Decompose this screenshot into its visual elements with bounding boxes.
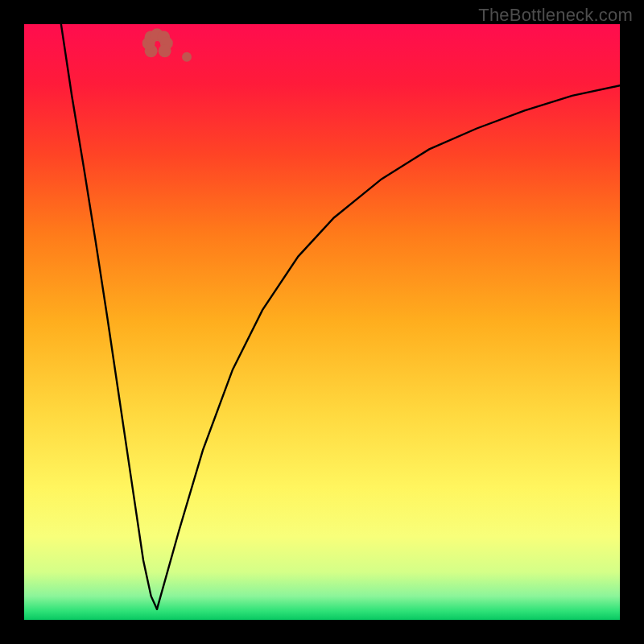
left-curve <box>61 24 157 609</box>
chart-frame: TheBottleneck.com <box>0 0 644 644</box>
plot-area <box>24 24 620 620</box>
optimum-markers <box>142 28 192 61</box>
curves-layer <box>24 24 620 620</box>
marker-dot <box>159 44 171 57</box>
marker-dot <box>182 52 192 62</box>
watermark-text: TheBottleneck.com <box>478 5 633 26</box>
right-curve <box>157 85 620 609</box>
